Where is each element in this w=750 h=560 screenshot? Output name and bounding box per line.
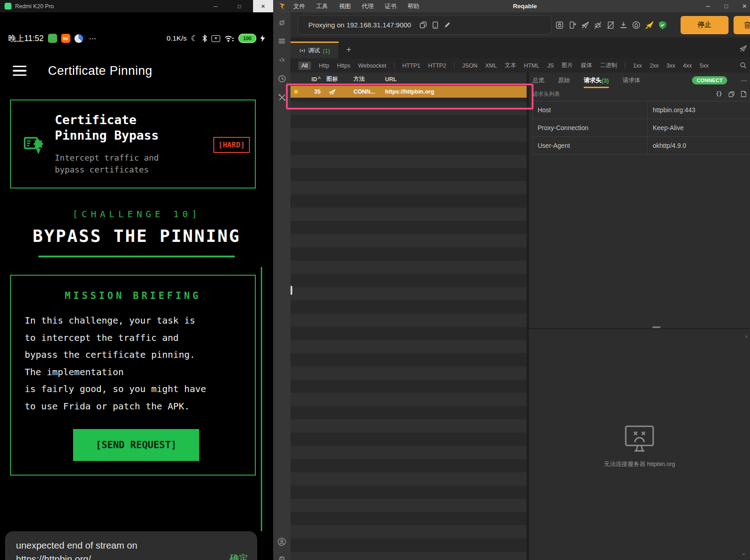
drip-mode-icon[interactable] <box>632 21 640 29</box>
filter-2xx[interactable]: 2xx <box>650 63 658 69</box>
challenge-heading: [CHALLENGE 10] BYPASS THE PINNING <box>0 209 273 257</box>
filter-media[interactable]: 媒体 <box>581 62 592 69</box>
filter-text[interactable]: 文本 <box>505 62 516 69</box>
filter-json[interactable]: JSON <box>462 63 477 69</box>
column-icon[interactable]: 图标 <box>321 75 343 83</box>
status-time: 晚上11:52 <box>8 33 44 44</box>
notification-app-icon-green <box>48 34 57 43</box>
settings-gear-icon[interactable]: ⚙ <box>277 555 286 560</box>
mission-briefing-text: In this challenge, your task is to inter… <box>25 312 255 415</box>
filter-all[interactable]: All <box>298 62 311 70</box>
device-disconnect-icon[interactable] <box>568 21 576 29</box>
tab-overview[interactable]: 总览 <box>533 73 544 88</box>
json-view-icon[interactable]: {} <box>716 91 722 97</box>
filter-image[interactable]: 图片 <box>562 62 573 69</box>
filter-bar: All Http Https Websocket HTTP1 HTTP2 JSO… <box>290 58 750 73</box>
clear-sessions-button[interactable] <box>734 16 750 34</box>
mobile-device-icon[interactable] <box>433 21 438 29</box>
more-options-icon[interactable]: ⋯ <box>741 77 747 84</box>
request-id: 35 <box>301 89 321 95</box>
account-icon[interactable] <box>277 537 286 546</box>
request-row-selected[interactable]: 35 CONN... https://httpbin.org <box>290 86 527 98</box>
header-value: okhttp/4.9.0 <box>647 137 750 154</box>
dead-monitor-icon <box>624 425 655 452</box>
reqable-logo-icon <box>278 2 286 10</box>
stop-proxy-button[interactable]: 停止 <box>681 16 729 34</box>
ssl-lock-icon[interactable] <box>555 21 564 29</box>
filter-4xx[interactable]: 4xx <box>683 63 692 69</box>
filter-binary[interactable]: 二进制 <box>600 62 618 69</box>
copy-proxy-icon[interactable] <box>420 21 427 28</box>
app-title: Certificate Pinning <box>48 64 153 78</box>
proxy-status-text: Proxying on 192.168.31.147:9000 <box>308 21 411 29</box>
request-headers-count: (3) <box>602 77 609 84</box>
header-row[interactable]: User-Agent okhttp/4.9.0 <box>533 137 750 155</box>
tab-request-headers[interactable]: 请求头(3) <box>584 73 609 88</box>
tools-icon[interactable] <box>277 93 286 102</box>
airplane-mode-icon[interactable] <box>645 21 654 30</box>
filter-1xx[interactable]: 1xx <box>633 63 642 69</box>
phone-close-button[interactable]: ✕ <box>253 0 273 12</box>
toast-ok-button[interactable]: 确定 <box>230 552 248 560</box>
expand-bottom-icon[interactable]: ⌄ <box>741 549 746 556</box>
filter-js[interactable]: JS <box>547 63 554 69</box>
filter-websocket[interactable]: Websocket <box>358 63 386 69</box>
menu-certificate[interactable]: 证书 <box>385 2 396 10</box>
request-table-header: ID^ 图标 方法 URL <box>290 73 527 86</box>
tab-request-body[interactable]: 请求体 <box>623 73 640 88</box>
connection-error-text: 无法连接服务器 httpbin.org <box>529 460 750 468</box>
filter-https[interactable]: Https <box>337 63 350 69</box>
tab-raw[interactable]: 原始 <box>558 73 570 88</box>
challenge-card-subtitle-line2: bypass certificates <box>55 164 159 176</box>
menu-help[interactable]: 帮助 <box>407 2 419 10</box>
toast-message-line2: https://httpbin.org/... <box>16 552 137 560</box>
column-method[interactable]: 方法 <box>343 75 375 83</box>
header-row[interactable]: Proxy-Connection Keep-Alive <box>533 119 750 137</box>
phone-minimize-button[interactable]: ─ <box>206 0 226 12</box>
explore-icon[interactable]: Ø <box>277 18 286 27</box>
reqable-close-button[interactable]: ✕ <box>735 0 750 12</box>
mock-off-icon[interactable] <box>581 21 589 29</box>
list-scrollbar-thumb[interactable] <box>290 286 292 295</box>
hamburger-menu-icon[interactable] <box>13 66 26 76</box>
filter-xml[interactable]: XML <box>485 63 497 69</box>
history-icon[interactable] <box>277 74 286 83</box>
reqable-minimize-button[interactable]: ─ <box>699 0 717 12</box>
tab-debug[interactable]: 调试(1) <box>290 42 339 58</box>
vpn-shield-icon[interactable] <box>659 21 667 30</box>
filter-5xx[interactable]: 5xx <box>700 63 708 69</box>
menu-view[interactable]: 视图 <box>339 2 351 10</box>
menu-tools[interactable]: 工具 <box>316 2 328 10</box>
filter-html[interactable]: HTML <box>524 63 539 69</box>
new-tab-button[interactable]: + <box>346 45 351 55</box>
filter-http[interactable]: Http <box>319 63 329 69</box>
disconnect-plane-icon[interactable] <box>739 44 747 52</box>
horizontal-splitter[interactable] <box>529 328 750 329</box>
script-off-icon[interactable] <box>607 21 615 29</box>
edit-proxy-icon[interactable] <box>444 21 451 28</box>
download-icon[interactable] <box>619 21 628 29</box>
export-file-icon[interactable] <box>741 91 746 97</box>
detail-tabbar: 总览 原始 请求头(3) 请求体 CONNECT ⋯ <box>529 73 750 88</box>
menu-proxy[interactable]: 代理 <box>362 2 374 10</box>
filter-3xx[interactable]: 3xx <box>666 63 675 69</box>
copy-headers-icon[interactable] <box>729 91 734 97</box>
send-request-button[interactable]: [SEND REQUEST] <box>73 429 199 461</box>
debug-off-icon[interactable] <box>594 21 602 29</box>
column-url[interactable]: URL <box>375 76 527 83</box>
splitter-handle[interactable] <box>652 326 660 328</box>
filter-http1[interactable]: HTTP1 <box>402 63 421 69</box>
phone-maximize-button[interactable]: □ <box>229 0 249 12</box>
request-blocked-plane-icon <box>321 89 343 95</box>
collections-icon[interactable] <box>277 37 286 46</box>
filter-http2[interactable]: HTTP2 <box>428 63 446 69</box>
column-id[interactable]: ID^ <box>301 76 321 83</box>
search-icon[interactable] <box>739 62 747 69</box>
header-row[interactable]: Host httpbin.org:443 <box>533 101 750 119</box>
phone-mirror-window: Redmi K20 Pro ─ □ ✕ 晚上11:52 mi ⋯ 0.1K/s … <box>0 0 273 560</box>
reqable-maximize-button[interactable]: □ <box>717 0 735 12</box>
collapse-panel-icon[interactable]: › <box>745 333 747 340</box>
scripts-icon[interactable]: √x <box>277 55 286 64</box>
battery-indicator: 100 <box>238 34 256 43</box>
menu-file[interactable]: 文件 <box>293 2 305 10</box>
